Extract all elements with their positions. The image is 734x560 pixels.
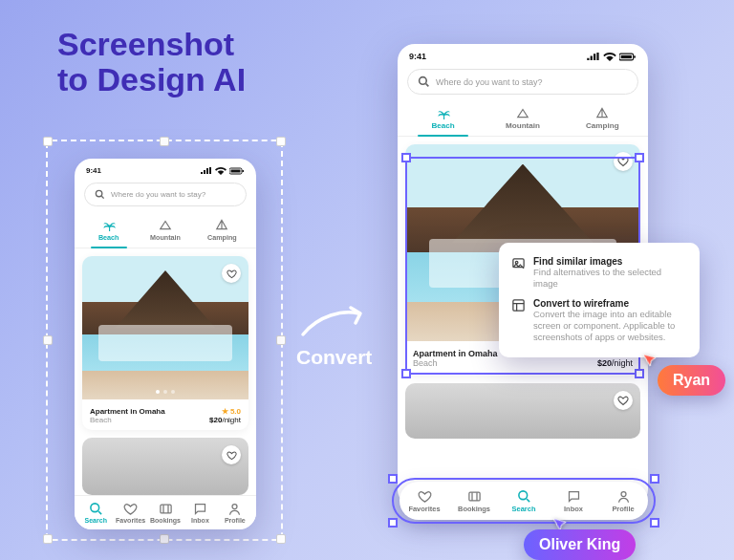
svg-rect-9: [634, 55, 636, 57]
search-input[interactable]: Where do you want to stay?: [84, 183, 247, 206]
headline: Screenshot to Design AI: [57, 27, 246, 98]
tickets-icon: [159, 502, 173, 516]
heart-icon: [227, 269, 237, 279]
nav-inbox[interactable]: Inbox: [183, 502, 217, 524]
category-tabs: Beach Mountain Camping: [75, 212, 256, 248]
image-search-icon: [510, 256, 526, 271]
menu-item-sub: Convert the image into an editable scree…: [533, 309, 688, 344]
bottom-nav: Search Favorites Bookings Inbox Profile: [75, 495, 256, 529]
menu-item-sub: Find alternatives to the selected image: [533, 267, 688, 291]
svg-rect-8: [621, 54, 632, 57]
nav-search[interactable]: Search: [78, 502, 113, 524]
search-icon: [418, 75, 430, 88]
headline-line1: Screenshot: [57, 27, 246, 62]
search-placeholder: Where do you want to stay?: [436, 77, 543, 87]
favorite-button[interactable]: [222, 264, 241, 283]
listing-image: [82, 256, 248, 399]
context-menu[interactable]: Find similar images Find alternatives to…: [499, 243, 700, 357]
svg-point-6: [232, 505, 237, 509]
favorite-button[interactable]: [614, 391, 633, 410]
listing-category: Beach: [90, 416, 112, 424]
source-phone-mock: 9:41 Where do you want to stay? Beach Mo…: [75, 159, 256, 529]
menu-item-title: Convert to wireframe: [533, 298, 688, 309]
search-icon: [95, 189, 105, 200]
tent-icon: [595, 106, 609, 119]
mountain-icon: [516, 106, 529, 119]
listing-card-2[interactable]: [82, 438, 248, 495]
category-tabs: Beach Mountain Camping: [398, 100, 648, 137]
search-input[interactable]: Where do you want to stay?: [407, 69, 638, 95]
search-placeholder: Where do you want to stay?: [111, 190, 205, 199]
chat-icon: [193, 502, 207, 516]
nav-favorites[interactable]: Favorites: [113, 502, 147, 524]
status-bar: 9:41: [398, 44, 648, 65]
listing-card[interactable]: Apartment in Omaha ★ 5.0 Beach $20/night: [82, 256, 248, 430]
collaborator-pill-oliver: Oliver King: [524, 529, 636, 560]
svg-rect-5: [160, 505, 170, 513]
search-wrapper: Where do you want to stay?: [398, 65, 648, 100]
menu-item-title: Find similar images: [533, 256, 688, 267]
tab-camping[interactable]: Camping: [563, 102, 642, 136]
search-icon: [89, 502, 103, 516]
menu-find-similar[interactable]: Find similar images Find alternatives to…: [510, 252, 688, 294]
profile-icon: [227, 502, 242, 516]
headline-line2: to Design AI: [57, 62, 246, 97]
heart-icon: [617, 395, 629, 406]
status-signals: [201, 167, 245, 175]
svg-point-3: [96, 190, 101, 196]
status-signals: [587, 53, 637, 61]
wireframe-icon: [510, 298, 526, 313]
heart-icon: [227, 450, 237, 461]
convert-arrow: Convert: [296, 304, 372, 369]
design-selection-frame-nav[interactable]: [392, 478, 656, 524]
status-time: 9:41: [86, 166, 101, 175]
convert-label: Convert: [296, 346, 372, 369]
status-time: 9:41: [409, 52, 426, 61]
status-bar: 9:41: [75, 159, 256, 179]
carousel-dots: [82, 390, 248, 394]
nav-bookings[interactable]: Bookings: [148, 502, 183, 524]
favorite-button[interactable]: [222, 445, 241, 464]
svg-rect-2: [243, 170, 245, 172]
tab-beach[interactable]: Beach: [80, 214, 137, 248]
listing-card-2[interactable]: [405, 383, 640, 439]
palm-icon: [102, 218, 116, 231]
collaborator-cursor-ryan: [641, 351, 659, 369]
listing-rating: ★ 5.0: [222, 407, 241, 416]
tab-mountain[interactable]: Mountain: [137, 214, 193, 248]
listing-title: Apartment in Omaha: [90, 407, 165, 416]
menu-convert-wireframe[interactable]: Convert to wireframe Convert the image i…: [510, 294, 688, 348]
svg-rect-1: [231, 169, 241, 172]
palm-icon: [437, 106, 450, 119]
tent-icon: [215, 218, 228, 231]
tab-camping[interactable]: Camping: [194, 214, 250, 248]
svg-rect-13: [512, 300, 523, 311]
mountain-icon: [159, 218, 172, 231]
svg-point-10: [420, 77, 427, 85]
tab-mountain[interactable]: Mountain: [483, 102, 562, 136]
tab-beach[interactable]: Beach: [403, 102, 483, 136]
collaborator-pill-ryan: Ryan: [658, 365, 725, 396]
listing-price: $20/night: [209, 416, 241, 424]
svg-point-4: [91, 504, 99, 512]
search-wrapper: Where do you want to stay?: [75, 179, 256, 212]
nav-profile[interactable]: Profile: [218, 502, 252, 524]
svg-point-12: [515, 261, 518, 264]
heart-icon: [123, 502, 138, 516]
